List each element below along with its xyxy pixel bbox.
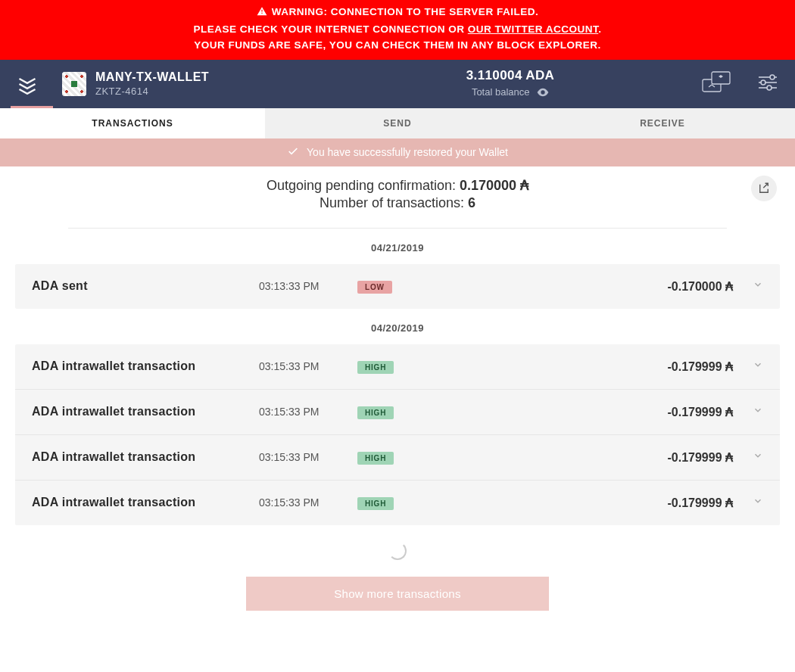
- tx-type: ADA intrawallet transaction: [32, 450, 259, 464]
- balance-area: 3.110004 ADA Total balance: [320, 68, 701, 99]
- notice-text: You have successfully restored your Wall…: [307, 146, 508, 158]
- wallet-info[interactable]: MANY-TX-WALLET ZKTZ-4614: [62, 70, 320, 97]
- transaction-row[interactable]: ADA intrawallet transaction03:15:33 PMHI…: [15, 435, 780, 481]
- wallet-plate: ZKTZ-4614: [95, 86, 209, 97]
- balance-amount: 3.110004 ADA: [320, 68, 701, 83]
- tx-time: 03:13:33 PM: [259, 280, 357, 292]
- wallet-identicon: [62, 72, 86, 96]
- tx-amount: -0.179999 ₳: [433, 450, 733, 465]
- warning-line2-pre: PLEASE CHECK YOUR INTERNET CONNECTION OR: [193, 23, 467, 35]
- tx-time: 03:15:33 PM: [259, 451, 357, 463]
- warning-line3: YOUR FUNDS ARE SAFE, YOU CAN CHECK THEM …: [0, 38, 795, 54]
- toggle-balance-icon[interactable]: [537, 88, 549, 99]
- assurance-badge: HIGH: [357, 361, 394, 374]
- warning-banner: WARNING: CONNECTION TO THE SERVER FAILED…: [0, 0, 795, 60]
- assurance-badge: HIGH: [357, 452, 394, 465]
- tab-transactions[interactable]: TRANSACTIONS: [0, 108, 265, 138]
- settings-button[interactable]: [757, 73, 778, 95]
- tx-amount: -0.179999 ₳: [433, 405, 733, 419]
- svg-point-3: [770, 75, 775, 79]
- chevron-down-icon: [733, 450, 763, 464]
- wallet-tabs: TRANSACTIONS SEND RECEIVE: [0, 108, 795, 138]
- tx-type: ADA sent: [32, 279, 259, 293]
- transaction-row[interactable]: ADA intrawallet transaction03:15:33 PMHI…: [15, 390, 780, 435]
- app-logo[interactable]: [17, 73, 62, 95]
- assurance-badge: LOW: [357, 281, 392, 294]
- tx-type: ADA intrawallet transaction: [32, 405, 259, 418]
- pending-label: Outgoing pending confirmation:: [267, 178, 460, 193]
- chevron-down-icon: [733, 496, 763, 509]
- chevron-down-icon: [733, 359, 763, 373]
- warning-line1: WARNING: CONNECTION TO THE SERVER FAILED…: [272, 6, 538, 17]
- svg-point-5: [761, 80, 765, 85]
- accent-underline: [11, 106, 53, 108]
- tx-amount: -0.179999 ₳: [433, 496, 733, 510]
- transaction-row[interactable]: ADA sent03:13:33 PMLOW-0.170000 ₳: [15, 264, 780, 309]
- export-button[interactable]: [751, 176, 777, 201]
- transaction-row[interactable]: ADA intrawallet transaction03:15:33 PMHI…: [15, 344, 780, 390]
- date-header: 04/21/2019: [15, 229, 780, 264]
- tx-time: 03:15:33 PM: [259, 496, 357, 509]
- assurance-badge: HIGH: [357, 406, 394, 419]
- warning-icon: [257, 6, 267, 22]
- tx-time: 03:15:33 PM: [259, 360, 357, 372]
- tx-time: 03:15:33 PM: [259, 406, 357, 418]
- transaction-group: ADA intrawallet transaction03:15:33 PMHI…: [15, 344, 780, 525]
- show-more-button[interactable]: Show more transactions: [246, 577, 549, 611]
- svg-point-7: [767, 86, 772, 90]
- twitter-link[interactable]: OUR TWITTER ACCOUNT: [468, 23, 598, 35]
- pending-value: 0.170000 ₳: [460, 178, 528, 193]
- chevron-down-icon: [733, 405, 763, 418]
- pending-summary: Outgoing pending confirmation: 0.170000 …: [68, 177, 727, 194]
- wallet-name: MANY-TX-WALLET: [95, 70, 209, 84]
- balance-label: Total balance: [472, 86, 530, 98]
- date-header: 04/20/2019: [15, 309, 780, 344]
- wallets-button[interactable]: [701, 70, 731, 98]
- app-header: MANY-TX-WALLET ZKTZ-4614 3.110004 ADA To…: [0, 60, 795, 108]
- assurance-badge: HIGH: [357, 497, 394, 510]
- tab-receive[interactable]: RECEIVE: [530, 108, 795, 138]
- chevron-down-icon: [733, 279, 763, 293]
- loading-spinner: [388, 542, 407, 560]
- warning-line2-post: .: [598, 23, 601, 35]
- tab-send[interactable]: SEND: [265, 108, 530, 138]
- summary-divider: [68, 228, 727, 229]
- tx-count-summary: Number of transactions: 6: [68, 195, 727, 211]
- checkmark-icon: [287, 145, 299, 160]
- transaction-group: ADA sent03:13:33 PMLOW-0.170000 ₳: [15, 264, 780, 309]
- count-label: Number of transactions:: [320, 195, 468, 210]
- tx-type: ADA intrawallet transaction: [32, 496, 259, 509]
- count-value: 6: [468, 195, 475, 210]
- tx-amount: -0.170000 ₳: [433, 279, 733, 294]
- tx-type: ADA intrawallet transaction: [32, 359, 259, 373]
- restore-notice: You have successfully restored your Wall…: [0, 138, 795, 166]
- transaction-row[interactable]: ADA intrawallet transaction03:15:33 PMHI…: [15, 481, 780, 525]
- tx-amount: -0.179999 ₳: [433, 359, 733, 374]
